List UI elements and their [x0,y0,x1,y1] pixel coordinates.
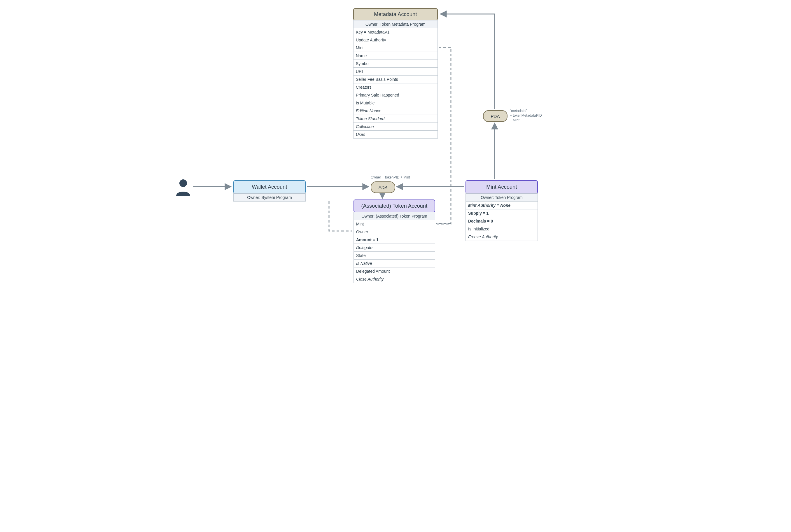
mint-account-fields: Owner: Token Program Mint Authority = No… [465,193,538,241]
field-row: State [353,252,435,260]
field-row: Mint Authority = None [465,202,538,209]
field-row: Token Standard [353,115,438,123]
wallet-account-title: Wallet Account [233,180,306,194]
metadata-account: Metadata Account Owner: Token Metadata P… [353,8,438,138]
field-row: Update Authority [353,36,438,44]
field-row: Is Mutable [353,99,438,107]
mint-owner-row: Owner: Token Program [465,193,538,202]
field-row: Creators [353,83,438,91]
mint-account: Mint Account Owner: Token Program Mint A… [465,180,538,241]
edge-metadata-mint-to-mint [436,47,451,224]
edge-wallet-to-token-owner [329,201,352,231]
pda-seed-label-metadata: "metadata" + tokenMetadataPID + Mint [510,109,542,123]
pda-badge-token: PDA [371,182,395,193]
field-row: Decimals = 0 [465,217,538,225]
wallet-owner-row: Owner: System Program [233,193,306,202]
field-row: Key = MetadataV1 [353,28,438,36]
field-row: Mint [353,44,438,52]
field-row: Amount = 1 [353,236,435,244]
token-account-title: (Associated) Token Account [353,200,435,212]
field-row: Supply = 1 [465,209,538,217]
mint-account-title: Mint Account [465,180,538,194]
svg-point-0 [179,179,187,187]
field-row: Uses [353,131,438,138]
field-row: Symbol [353,60,438,68]
field-row: Name [353,52,438,60]
pda-seed-label-token: Owner + tokenPID + Mint [371,175,410,180]
field-row: Seller Fee Basis Points [353,76,438,83]
user-icon [176,178,191,196]
field-row: Freeze Authority [465,233,538,241]
field-row: Is Initialized [465,225,538,233]
field-row: Edition Nonce [353,107,438,115]
token-account: (Associated) Token Account Owner: (Assoc… [353,200,435,283]
field-row: Is Native [353,260,435,267]
metadata-owner-row: Owner: Token Metadata Program [353,20,438,28]
token-account-fields: Owner: (Associated) Token Program MintOw… [353,212,435,283]
token-owner-row: Owner: (Associated) Token Program [353,212,435,220]
field-row: Primary Sale Happened [353,91,438,99]
wallet-account: Wallet Account Owner: System Program [233,180,306,202]
field-row: Mint [353,220,435,228]
field-row: Close Authority [353,276,435,283]
metadata-account-fields: Owner: Token Metadata Program Key = Meta… [353,20,438,138]
field-row: URI [353,68,438,76]
pda-badge-metadata: PDA [483,110,507,122]
field-row: Owner [353,228,435,236]
field-row: Delegate [353,244,435,252]
edge-pda2-to-metadata [440,14,495,109]
field-row: Collection [353,123,438,131]
diagram-canvas: Metadata Account Owner: Token Metadata P… [168,0,623,306]
metadata-account-title: Metadata Account [353,8,438,20]
field-row: Delegated Amount [353,267,435,276]
